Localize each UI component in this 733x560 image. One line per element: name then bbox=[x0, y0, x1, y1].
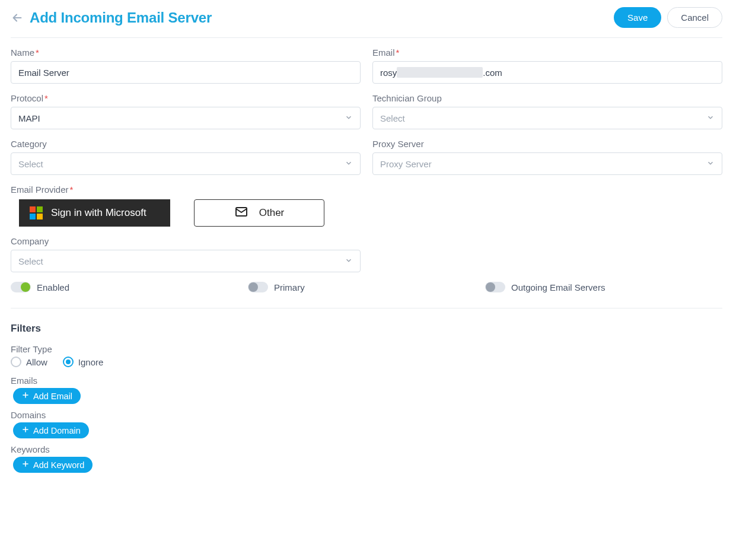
protocol-select[interactable]: MAPI bbox=[11, 107, 361, 129]
field-company: Company Select bbox=[11, 236, 361, 272]
microsoft-logo-icon bbox=[30, 206, 43, 219]
add-domain-button[interactable]: Add Domain bbox=[13, 422, 89, 438]
field-email: Email* rosy.com bbox=[372, 47, 722, 84]
required-icon: * bbox=[36, 47, 39, 58]
form-grid: Name* Email Server Email* rosy.com Proto… bbox=[11, 47, 722, 272]
field-technician-group: Technician Group Select bbox=[372, 93, 722, 129]
plus-icon bbox=[21, 391, 30, 401]
emails-label: Emails bbox=[11, 376, 722, 386]
tech-group-label: Technician Group bbox=[372, 93, 722, 103]
redacted-text bbox=[397, 67, 483, 78]
required-icon: * bbox=[396, 47, 400, 58]
primary-label: Primary bbox=[274, 282, 305, 292]
enabled-label: Enabled bbox=[37, 282, 69, 292]
plus-icon bbox=[21, 425, 30, 435]
header-actions: Save Cancel bbox=[614, 7, 722, 28]
header-left: Add Incoming Email Server bbox=[11, 9, 212, 26]
company-label: Company bbox=[11, 236, 361, 246]
chevron-down-icon bbox=[345, 159, 353, 169]
domains-label: Domains bbox=[11, 410, 722, 420]
filter-allow-radio[interactable]: Allow bbox=[11, 357, 47, 367]
filters-section: Filters Filter Type Allow Ignore Emails … bbox=[11, 323, 722, 473]
add-email-button[interactable]: Add Email bbox=[13, 388, 81, 404]
other-provider-button[interactable]: Other bbox=[194, 199, 324, 227]
enabled-toggle[interactable] bbox=[11, 282, 31, 292]
required-icon: * bbox=[44, 93, 48, 103]
name-label: Name bbox=[11, 47, 34, 58]
company-select[interactable]: Select bbox=[11, 250, 361, 272]
page-title: Add Incoming Email Server bbox=[30, 9, 212, 26]
page-header: Add Incoming Email Server Save Cancel bbox=[11, 7, 722, 38]
field-category: Category Select bbox=[11, 139, 361, 175]
plus-icon bbox=[21, 460, 30, 470]
save-button[interactable]: Save bbox=[614, 7, 661, 28]
chevron-down-icon bbox=[345, 256, 353, 266]
field-proxy-server: Proxy Server Proxy Server bbox=[372, 139, 722, 175]
filter-ignore-radio[interactable]: Ignore bbox=[63, 357, 104, 367]
proxy-select[interactable]: Proxy Server bbox=[372, 152, 722, 175]
field-email-provider: Email Provider* Sign in with Microsoft O… bbox=[11, 184, 722, 227]
provider-label: Email Provider bbox=[11, 184, 69, 195]
filter-type-label: Filter Type bbox=[11, 344, 722, 354]
field-protocol: Protocol* MAPI bbox=[11, 93, 361, 129]
microsoft-signin-button[interactable]: Sign in with Microsoft bbox=[19, 199, 170, 227]
toggles-row: Enabled Primary Outgoing Email Servers bbox=[11, 282, 722, 308]
back-arrow-icon[interactable] bbox=[11, 11, 24, 24]
cancel-button[interactable]: Cancel bbox=[667, 7, 722, 28]
outgoing-label: Outgoing Email Servers bbox=[511, 282, 605, 292]
mail-icon bbox=[234, 205, 248, 222]
chevron-down-icon bbox=[345, 113, 353, 123]
keywords-label: Keywords bbox=[11, 444, 722, 454]
chevron-down-icon bbox=[706, 113, 715, 123]
email-label: Email bbox=[372, 47, 395, 58]
name-input[interactable]: Email Server bbox=[11, 61, 361, 84]
protocol-label: Protocol bbox=[11, 93, 43, 103]
add-keyword-button[interactable]: Add Keyword bbox=[13, 457, 93, 473]
field-name: Name* Email Server bbox=[11, 47, 361, 84]
page-container: Add Incoming Email Server Save Cancel Na… bbox=[0, 0, 733, 497]
category-select[interactable]: Select bbox=[11, 152, 361, 175]
outgoing-toggle[interactable] bbox=[485, 282, 505, 292]
chevron-down-icon bbox=[706, 159, 715, 169]
tech-group-select[interactable]: Select bbox=[372, 107, 722, 129]
required-icon: * bbox=[70, 184, 74, 195]
proxy-label: Proxy Server bbox=[372, 139, 722, 149]
email-input[interactable]: rosy.com bbox=[372, 61, 722, 84]
primary-toggle[interactable] bbox=[248, 282, 268, 292]
category-label: Category bbox=[11, 139, 361, 149]
filters-title: Filters bbox=[11, 323, 722, 335]
